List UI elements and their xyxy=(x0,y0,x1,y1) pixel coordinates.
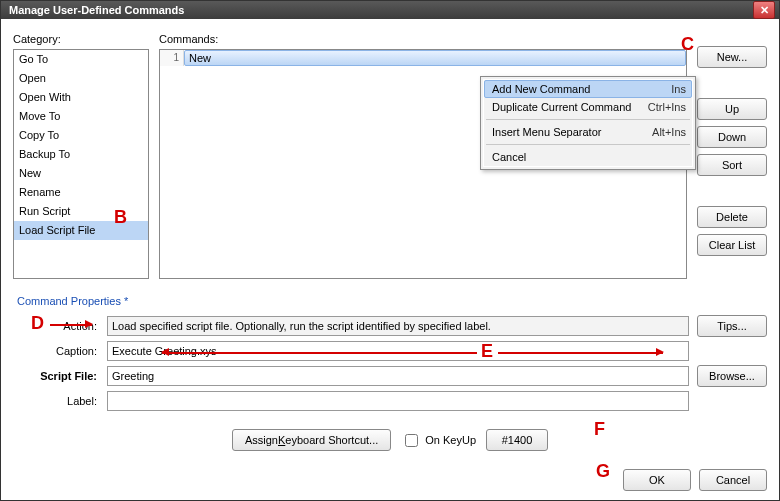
titlebar: Manage User-Defined Commands ✕ xyxy=(1,1,779,19)
category-item[interactable]: Move To xyxy=(14,107,148,126)
category-item[interactable]: Open xyxy=(14,69,148,88)
menu-item[interactable]: Add New CommandIns xyxy=(484,80,692,98)
category-column: Category: Go ToOpenOpen WithMove ToCopy … xyxy=(13,29,149,279)
commands-label: Commands: xyxy=(159,33,687,45)
category-item[interactable]: Open With xyxy=(14,88,148,107)
menu-separator xyxy=(486,119,690,120)
tips-button[interactable]: Tips... xyxy=(697,315,767,337)
menu-item-accel: Ins xyxy=(663,83,686,95)
dialog-window: Manage User-Defined Commands ✕ B C D E F… xyxy=(0,0,780,501)
menu-separator xyxy=(486,144,690,145)
cancel-button[interactable]: Cancel xyxy=(699,469,767,491)
command-row-index: 1 xyxy=(160,50,184,66)
action-field xyxy=(107,316,689,336)
category-item[interactable]: New xyxy=(14,164,148,183)
delete-button[interactable]: Delete xyxy=(697,206,767,228)
on-keyup-checkbox-wrap[interactable]: On KeyUp xyxy=(401,431,476,450)
on-keyup-checkbox[interactable] xyxy=(405,434,418,447)
new-context-menu[interactable]: Add New CommandInsDuplicate Current Comm… xyxy=(480,76,696,170)
down-button[interactable]: Down xyxy=(697,126,767,148)
ok-button[interactable]: OK xyxy=(623,469,691,491)
caption-label: Caption: xyxy=(13,345,99,357)
assign-shortcut-button[interactable]: Assign Keyboard Shortcut... xyxy=(232,429,391,451)
category-item[interactable]: Go To xyxy=(14,50,148,69)
category-item[interactable]: Backup To xyxy=(14,145,148,164)
command-properties-heading: Command Properties * xyxy=(17,295,767,307)
menu-item[interactable]: Insert Menu SeparatorAlt+Ins xyxy=(484,123,692,141)
new-button[interactable]: New... xyxy=(697,46,767,68)
browse-button[interactable]: Browse... xyxy=(697,365,767,387)
footer-row: OK Cancel xyxy=(13,469,767,491)
menu-item-accel: Alt+Ins xyxy=(644,126,686,138)
menu-item-accel: Ctrl+Ins xyxy=(640,101,686,113)
menu-item-label: Cancel xyxy=(492,151,678,163)
close-icon[interactable]: ✕ xyxy=(753,1,775,19)
action-label: Action: xyxy=(13,320,99,332)
menu-item-label: Add New Command xyxy=(492,83,663,95)
properties-form: Action: Tips... Caption: Script File: Br… xyxy=(13,315,767,411)
script-file-field[interactable] xyxy=(107,366,689,386)
menu-item-label: Duplicate Current Command xyxy=(492,101,640,113)
sort-button[interactable]: Sort xyxy=(697,154,767,176)
script-file-label: Script File: xyxy=(13,370,99,382)
menu-item-label: Insert Menu Separator xyxy=(492,126,644,138)
command-row-text: New xyxy=(184,50,686,66)
category-item[interactable]: Run Script xyxy=(14,202,148,221)
up-button[interactable]: Up xyxy=(697,98,767,120)
label-label: Label: xyxy=(13,395,99,407)
on-keyup-label: On KeyUp xyxy=(425,434,476,446)
shortcut-row: Assign Keyboard Shortcut... On KeyUp #14… xyxy=(13,429,767,451)
category-listbox[interactable]: Go ToOpenOpen WithMove ToCopy ToBackup T… xyxy=(13,49,149,279)
label-field[interactable] xyxy=(107,391,689,411)
command-row[interactable]: 1New xyxy=(160,50,686,66)
category-item[interactable]: Rename xyxy=(14,183,148,202)
id-button[interactable]: #1400 xyxy=(486,429,548,451)
side-buttons-column: New... Up Down Sort Delete Clear List xyxy=(697,29,767,279)
category-label: Category: xyxy=(13,33,149,45)
caption-field[interactable] xyxy=(107,341,689,361)
menu-item[interactable]: Duplicate Current CommandCtrl+Ins xyxy=(484,98,692,116)
menu-item[interactable]: Cancel xyxy=(484,148,692,166)
clear-list-button[interactable]: Clear List xyxy=(697,234,767,256)
window-title: Manage User-Defined Commands xyxy=(5,4,753,16)
category-item[interactable]: Load Script File xyxy=(14,221,148,240)
category-item[interactable]: Copy To xyxy=(14,126,148,145)
